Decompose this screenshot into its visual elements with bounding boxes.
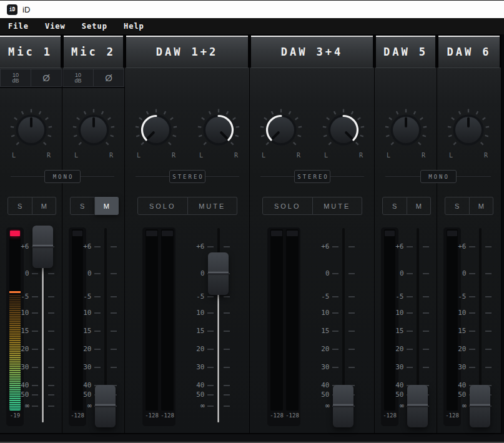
- link-line: [136, 176, 169, 177]
- phase-invert-icon: Ø: [105, 72, 112, 83]
- pan-right-label: R: [419, 152, 428, 159]
- pad-10db-button[interactable]: 10 dB: [62, 69, 94, 87]
- fader-scale-label: 0: [448, 270, 467, 277]
- phase-invert-button[interactable]: Ø: [94, 69, 124, 87]
- link-line: [260, 176, 294, 177]
- channel-title: DAW 1+2: [156, 46, 219, 58]
- fader-scale-tick: [423, 312, 429, 314]
- pan-right-label: R: [169, 152, 178, 159]
- menu-item-help[interactable]: Help: [124, 22, 144, 31]
- fader-scale-tick: [469, 296, 475, 297]
- level-meter-segments: [270, 229, 283, 411]
- fader-scale-label: 50: [311, 391, 330, 399]
- fader-track-lit: [217, 274, 219, 422]
- fader-scale-label: ∞: [448, 402, 467, 410]
- fader-handle[interactable]: [407, 385, 428, 427]
- channel-daw-6: DAW 6LRSM-128+60-5101520304050∞: [437, 36, 502, 433]
- fader-scale-tick: [224, 296, 230, 297]
- fader-scale-tick: [407, 273, 413, 274]
- fader-scale-tick: [224, 246, 230, 247]
- menu-item-setup[interactable]: Setup: [82, 22, 107, 31]
- fader-handle[interactable]: [32, 226, 53, 268]
- fader-scale-tick: [348, 367, 355, 368]
- mute-button[interactable]: MUTE: [313, 197, 363, 215]
- solo-button[interactable]: S: [7, 197, 32, 215]
- pan-knob[interactable]: [256, 105, 306, 155]
- mute-button[interactable]: M: [470, 197, 494, 215]
- solo-button[interactable]: SOLO: [137, 197, 188, 215]
- pan-left-label: L: [72, 152, 81, 159]
- fader-scale-tick: [48, 406, 54, 407]
- fader-scale-tick: [348, 273, 355, 274]
- level-meter-segments: [161, 229, 174, 411]
- mute-button[interactable]: M: [95, 197, 119, 215]
- fader-scale-tick: [469, 367, 475, 368]
- meter-value: -128: [269, 412, 285, 420]
- pan-knob[interactable]: [131, 105, 181, 155]
- fader-scale-tick: [348, 349, 355, 350]
- pan-knob[interactable]: [69, 105, 119, 155]
- menu-item-file[interactable]: File: [8, 22, 29, 31]
- fader-scale-tick: [469, 349, 475, 350]
- fader-scale-label: 0: [73, 270, 92, 277]
- phase-invert-button[interactable]: Ø: [31, 69, 62, 87]
- fader-scale-tick: [32, 296, 38, 297]
- title-bar: iD iD: [0, 0, 504, 18]
- fader-scale-tick: [423, 246, 429, 247]
- fader-handle[interactable]: [333, 385, 353, 427]
- solo-button[interactable]: S: [382, 197, 407, 215]
- mute-button[interactable]: MUTE: [188, 197, 238, 215]
- fader-scale-tick: [407, 349, 413, 350]
- fader-scale-tick: [32, 385, 38, 386]
- fader-scale-tick: [423, 349, 429, 350]
- fader-scale-label: 10: [186, 309, 205, 317]
- solo-button[interactable]: S: [70, 197, 95, 215]
- fader-scale-label: +6: [385, 243, 404, 251]
- menu-item-view[interactable]: View: [45, 22, 66, 31]
- pan-knob[interactable]: [381, 105, 431, 155]
- fader-scale-label: +6: [311, 243, 330, 251]
- level-meter: -128-128: [142, 227, 175, 426]
- channel-daw-5: DAW 5LRSM-128+60-5101520304050∞: [375, 36, 437, 433]
- pad-10db-button[interactable]: 10 dB: [0, 69, 31, 87]
- fader-scale-tick: [32, 349, 38, 350]
- fader-scale-label: 10: [311, 309, 330, 317]
- solo-mute-group: SM: [70, 197, 119, 215]
- fader-scale-tick: [94, 349, 101, 350]
- pan-right-label: R: [357, 152, 365, 159]
- fader-scale-tick: [348, 312, 355, 314]
- channel-link-label[interactable]: MONO: [44, 170, 81, 183]
- link-line: [385, 176, 420, 177]
- channel-group: DAW 5LRSM-128+60-5101520304050∞DAW 6LRSM…: [375, 34, 502, 434]
- channel-link-label[interactable]: STEREO: [294, 170, 330, 183]
- channel-link-label[interactable]: MONO: [420, 170, 457, 183]
- fader-scale-label: ∞: [186, 402, 205, 410]
- bottom-bar: [0, 434, 504, 443]
- fader-scale-label: 20: [448, 346, 467, 353]
- solo-button[interactable]: S: [445, 197, 470, 215]
- mute-button[interactable]: M: [32, 197, 57, 215]
- channel-link-label[interactable]: STEREO: [169, 170, 205, 183]
- pan-right-label: R: [294, 152, 303, 159]
- fader-scale-label: -5: [385, 293, 404, 301]
- mute-button[interactable]: M: [407, 197, 432, 215]
- fader-scale-label: 50: [385, 391, 404, 399]
- pan-knob[interactable]: [443, 105, 493, 155]
- clip-indicator: [162, 231, 173, 236]
- pan-knob[interactable]: [6, 105, 56, 155]
- channel-title: DAW 3+4: [281, 46, 343, 58]
- fader-handle[interactable]: [470, 385, 490, 427]
- fader-scale-tick: [207, 312, 214, 314]
- fader-handle[interactable]: [208, 252, 229, 295]
- window-title: iD: [22, 5, 30, 14]
- fader-handle[interactable]: [95, 385, 116, 427]
- fader-scale-tick: [111, 312, 117, 314]
- channel-header: DAW 1+2: [126, 36, 248, 67]
- pan-knob[interactable]: [319, 105, 368, 155]
- pan-knob[interactable]: [194, 105, 244, 155]
- fader-scale-label: +6: [186, 243, 205, 251]
- solo-button[interactable]: SOLO: [262, 197, 313, 215]
- fader-scale-tick: [485, 273, 492, 274]
- fader-scale-label: 40: [311, 382, 330, 389]
- solo-mute-group: SM: [382, 197, 431, 215]
